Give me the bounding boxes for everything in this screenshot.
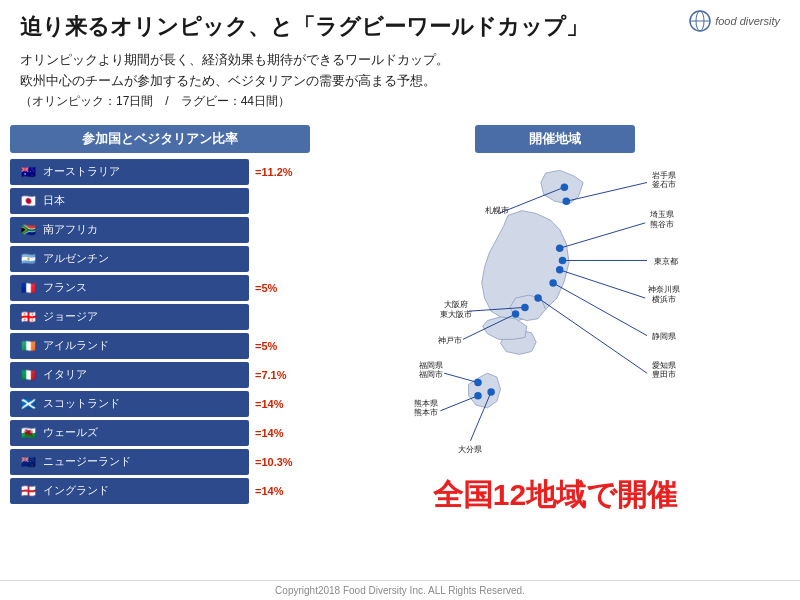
svg-text:静岡県: 静岡県	[652, 331, 676, 341]
country-list: 🇦🇺オーストラリア=11.2%🇯🇵日本🇿🇦南アフリカ🇦🇷アルゼンチン🇫🇷フランス…	[10, 159, 310, 504]
country-bar: 🇯🇵日本	[10, 188, 249, 214]
country-name: フランス	[43, 280, 87, 295]
page: food diversity 迫り来るオリンピック、と「ラグビーワールドカップ」…	[0, 0, 800, 600]
country-bar: 🇮🇹イタリア	[10, 362, 249, 388]
country-flag: 🏴󠁧󠁢󠁷󠁬󠁳󠁿	[18, 426, 38, 440]
country-pct: =7.1%	[255, 369, 310, 381]
svg-point-36	[556, 266, 564, 274]
svg-text:熊本市: 熊本市	[414, 408, 438, 417]
svg-point-11	[512, 310, 520, 318]
svg-text:東京都: 東京都	[654, 256, 678, 266]
footer: Copyright2018 Food Diversity Inc. ALL Ri…	[0, 580, 800, 596]
country-pct: =5%	[255, 282, 310, 294]
svg-text:釜石市: 釜石市	[652, 180, 676, 189]
country-pct: =14%	[255, 398, 310, 410]
country-row: 🇬🇪ジョージア	[10, 304, 310, 330]
country-flag: 🇫🇷	[18, 281, 38, 295]
country-flag: 🇮🇪	[18, 339, 38, 353]
footer-text: Copyright2018 Food Diversity Inc. ALL Ri…	[275, 585, 525, 596]
svg-line-39	[553, 283, 647, 336]
country-row: 🇦🇺オーストラリア=11.2%	[10, 159, 310, 185]
country-bar: 🇫🇷フランス	[10, 275, 249, 301]
country-flag: 🇿🇦	[18, 223, 38, 237]
country-name: オーストラリア	[43, 164, 120, 179]
country-bar: 🇳🇿ニュージーランド	[10, 449, 249, 475]
country-bar: 🇦🇷アルゼンチン	[10, 246, 249, 272]
subtitle: オリンピックより期間が長く、経済効果も期待ができるワールドカップ。 欧州中心のチ…	[20, 50, 780, 111]
country-name: スコットランド	[43, 396, 120, 411]
svg-text:豊田市: 豊田市	[652, 370, 676, 379]
svg-text:埼玉県: 埼玉県	[649, 210, 674, 219]
content-area: 参加国とベジタリアン比率 🇦🇺オーストラリア=11.2%🇯🇵日本🇿🇦南アフリカ🇦…	[0, 125, 800, 516]
country-row: 🏴󠁧󠁢󠁥󠁮󠁧󠁿イングランド=14%	[10, 478, 310, 504]
country-flag: 🏴󠁧󠁢󠁥󠁮󠁧󠁿	[18, 484, 38, 498]
svg-point-4	[561, 183, 569, 191]
subtitle-line2: 欧州中心のチームが参加するため、ベジタリアンの需要が高まる予想。	[20, 71, 780, 92]
svg-text:札幌市: 札幌市	[485, 204, 509, 214]
country-row: 🏴󠁧󠁢󠁷󠁬󠁳󠁿ウェールズ=14%	[10, 420, 310, 446]
header: 迫り来るオリンピック、と「ラグビーワールドカップ」 オリンピックより期間が長く、…	[0, 0, 800, 119]
svg-text:神戸市: 神戸市	[438, 335, 462, 345]
country-row: 🇿🇦南アフリカ	[10, 217, 310, 243]
country-name: イタリア	[43, 367, 87, 382]
country-flag: 🏴󠁧󠁢󠁳󠁣󠁴󠁿	[18, 397, 38, 411]
svg-text:東大阪市: 東大阪市	[440, 310, 472, 319]
country-bar: 🇮🇪アイルランド	[10, 333, 249, 359]
svg-line-13	[444, 373, 478, 382]
country-bar: 🇬🇪ジョージア	[10, 304, 249, 330]
country-name: ウェールズ	[43, 425, 98, 440]
country-row: 🏴󠁧󠁢󠁳󠁣󠁴󠁿スコットランド=14%	[10, 391, 310, 417]
svg-point-18	[474, 392, 482, 400]
country-bar: 🇦🇺オーストラリア	[10, 159, 249, 185]
svg-text:福岡市: 福岡市	[419, 370, 443, 379]
country-bar: 🏴󠁧󠁢󠁷󠁬󠁳󠁿ウェールズ	[10, 420, 249, 446]
country-flag: 🇮🇹	[18, 368, 38, 382]
subtitle-line1: オリンピックより期間が長く、経済効果も期待ができるワールドカップ。	[20, 50, 780, 71]
svg-point-43	[534, 294, 542, 302]
svg-point-33	[559, 256, 567, 264]
svg-point-14	[474, 379, 482, 387]
country-bar: 🇿🇦南アフリカ	[10, 217, 249, 243]
country-row: 🇮🇹イタリア=7.1%	[10, 362, 310, 388]
svg-line-28	[560, 223, 645, 248]
country-row: 🇳🇿ニュージーランド=10.3%	[10, 449, 310, 475]
svg-point-25	[563, 197, 571, 205]
left-panel: 参加国とベジタリアン比率 🇦🇺オーストラリア=11.2%🇯🇵日本🇿🇦南アフリカ🇦…	[10, 125, 310, 516]
country-name: 日本	[43, 193, 65, 208]
svg-text:神奈川県: 神奈川県	[648, 285, 680, 294]
svg-line-42	[538, 298, 647, 373]
big-text: 全国12地域で開催	[320, 475, 790, 516]
country-row: 🇮🇪アイルランド=5%	[10, 333, 310, 359]
country-bar: 🏴󠁧󠁢󠁳󠁣󠁴󠁿スコットランド	[10, 391, 249, 417]
svg-text:福岡県: 福岡県	[419, 360, 443, 369]
svg-point-40	[549, 279, 557, 287]
svg-text:横浜市: 横浜市	[652, 295, 676, 304]
right-panel: 開催地域	[320, 125, 790, 516]
svg-line-17	[440, 396, 478, 411]
svg-text:大分県: 大分県	[458, 444, 482, 454]
country-flag: 🇳🇿	[18, 455, 38, 469]
country-row: 🇯🇵日本	[10, 188, 310, 214]
country-pct: =10.3%	[255, 456, 310, 468]
country-pct: =14%	[255, 485, 310, 497]
svg-text:熊谷市: 熊谷市	[650, 219, 674, 228]
svg-text:大阪府: 大阪府	[444, 300, 468, 309]
svg-text:岩手県: 岩手県	[652, 171, 676, 180]
country-row: 🇦🇷アルゼンチン	[10, 246, 310, 272]
subtitle-note: （オリンピック：17日間 / ラグビー：44日間）	[20, 92, 780, 111]
country-name: 南アフリカ	[43, 222, 98, 237]
japan-map: 札幌市 大阪府 東大阪市 神戸市 福岡県 福岡市	[320, 159, 790, 469]
svg-point-22	[487, 388, 495, 396]
right-section-title: 開催地域	[475, 125, 635, 153]
country-name: ジョージア	[43, 309, 98, 324]
country-pct: =14%	[255, 427, 310, 439]
country-bar: 🏴󠁧󠁢󠁥󠁮󠁧󠁿イングランド	[10, 478, 249, 504]
svg-text:熊本県: 熊本県	[414, 399, 438, 408]
left-section-title: 参加国とベジタリアン比率	[10, 125, 310, 153]
country-name: アイルランド	[43, 338, 109, 353]
country-pct: =5%	[255, 340, 310, 352]
country-flag: 🇯🇵	[18, 194, 38, 208]
svg-text:愛知県: 愛知県	[652, 360, 676, 369]
country-name: アルゼンチン	[43, 251, 109, 266]
svg-point-7	[521, 303, 529, 311]
